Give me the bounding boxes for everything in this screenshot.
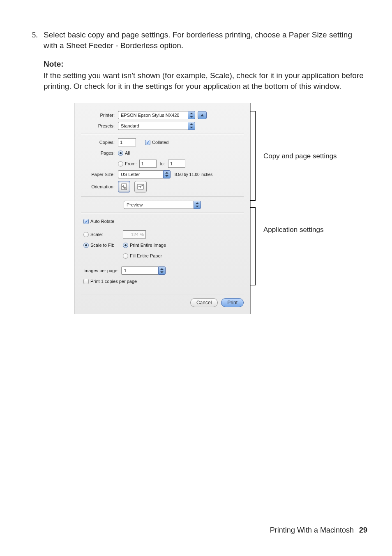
radio-icon	[123, 243, 128, 248]
checkmark-icon: ✓	[83, 279, 89, 284]
callout-copy-page: Copy and page settings	[260, 111, 337, 201]
scale-input[interactable]: 124 %	[123, 230, 146, 239]
paper-dimensions: 8.50 by 11.00 inches	[171, 172, 212, 177]
images-per-page-label: Images per page:	[83, 268, 121, 273]
callouts: Copy and page settings Application setti…	[251, 103, 337, 314]
checkmark-icon: ✓	[83, 219, 89, 224]
page-footer: Printing With a Macintosh 29	[270, 526, 367, 535]
figure: Printer: EPSON Epson Stylus NX420 Preset…	[74, 103, 367, 314]
bracket-icon	[250, 207, 260, 285]
presets-select[interactable]: Standard	[118, 122, 195, 130]
pages-all-radio[interactable]: All	[118, 151, 130, 156]
print-entire-radio[interactable]: Print Entire Image	[123, 243, 166, 248]
radio-icon	[118, 161, 123, 167]
note-label: Note:	[44, 59, 367, 70]
from-input[interactable]: 1	[139, 160, 157, 168]
fill-entire-radio[interactable]: Fill Entire Paper	[123, 253, 162, 259]
to-input[interactable]: 1	[168, 160, 185, 168]
radio-icon	[123, 253, 128, 259]
scale-to-fit-radio[interactable]: Scale to Fit:	[83, 243, 123, 248]
orientation-landscape-button[interactable]	[134, 181, 147, 192]
step-text: Select basic copy and page settings. For…	[44, 30, 367, 51]
scale-radio[interactable]: Scale:	[83, 232, 123, 237]
page-number: 29	[356, 526, 367, 534]
pages-label: Pages:	[81, 151, 118, 155]
cancel-button[interactable]: Cancel	[190, 298, 218, 307]
copies-label: Copies:	[81, 140, 118, 145]
collated-checkbox[interactable]: ✓ Collated	[145, 140, 168, 145]
images-per-page-select[interactable]: 1	[121, 266, 166, 275]
footer-title: Printing With a Macintosh	[270, 526, 354, 534]
print-button[interactable]: Print	[221, 298, 244, 307]
note: Note: If the setting you want isn't show…	[44, 59, 367, 91]
radio-icon	[83, 243, 89, 248]
auto-rotate-checkbox[interactable]: ✓ Auto Rotate	[83, 219, 114, 224]
step-5: 5. Select basic copy and page settings. …	[25, 30, 367, 51]
orientation-label: Orientation:	[81, 184, 118, 189]
pages-from-radio[interactable]: From:	[118, 161, 137, 167]
orientation-portrait-button[interactable]	[118, 181, 130, 192]
printer-select[interactable]: EPSON Epson Stylus NX420	[118, 111, 195, 119]
copies-input[interactable]: 1	[118, 138, 136, 146]
landscape-icon	[137, 184, 144, 190]
paper-size-label: Paper Size:	[81, 172, 118, 177]
dropdown-arrows-icon[interactable]	[188, 111, 195, 119]
print-dialog: Printer: EPSON Epson Stylus NX420 Preset…	[74, 103, 251, 314]
dropdown-arrows-icon[interactable]	[158, 266, 166, 275]
dropdown-arrows-icon[interactable]	[194, 201, 201, 209]
step-number: 5.	[25, 30, 44, 40]
svg-point-1	[124, 187, 126, 189]
dropdown-arrows-icon[interactable]	[188, 122, 195, 130]
bracket-icon	[250, 111, 260, 201]
presets-label: Presets:	[81, 123, 118, 128]
radio-icon	[118, 151, 123, 156]
paper-size-select[interactable]: US Letter	[118, 170, 171, 178]
pane-select[interactable]: Preview	[124, 201, 201, 209]
print-copies-checkbox[interactable]: ✓ Print 1 copies per page	[83, 279, 137, 284]
radio-icon	[83, 232, 89, 237]
printer-status-button[interactable]	[198, 111, 207, 119]
checkmark-icon: ✓	[145, 140, 150, 145]
dropdown-arrows-icon[interactable]	[163, 170, 171, 178]
callout-application: Application settings	[260, 207, 323, 285]
portrait-icon	[121, 183, 127, 190]
svg-point-3	[142, 185, 143, 186]
printer-label: Printer:	[81, 113, 118, 118]
